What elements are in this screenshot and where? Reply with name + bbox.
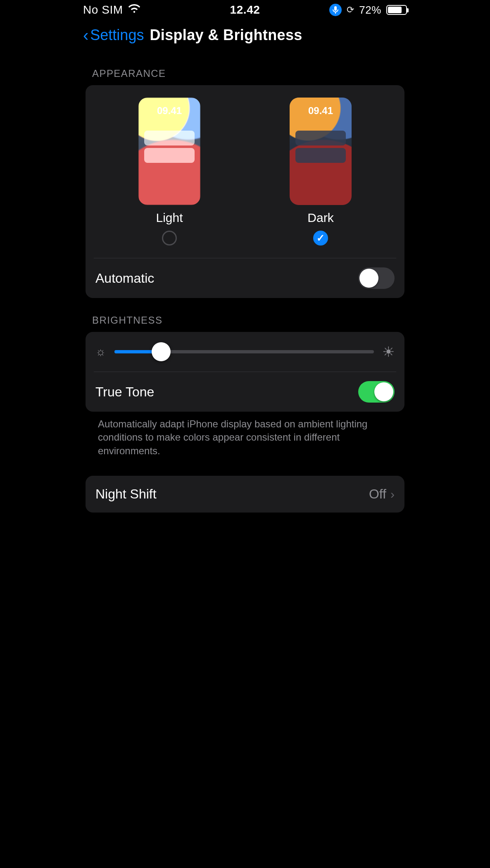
truetone-switch[interactable]	[358, 381, 395, 403]
mic-indicator-icon	[329, 4, 342, 16]
chevron-left-icon: ‹	[83, 27, 88, 43]
brightness-slider[interactable]	[114, 350, 374, 353]
truetone-row: True Tone	[86, 372, 404, 412]
chevron-right-icon: ›	[390, 487, 395, 501]
appearance-card: 09.41 Light 09.41 Dark	[86, 85, 404, 298]
thumb-time: 09.41	[138, 105, 200, 117]
thumb-time: 09.41	[290, 105, 352, 117]
dark-thumbnail: 09.41	[290, 98, 352, 205]
light-label: Light	[156, 211, 183, 225]
appearance-light-option[interactable]: 09.41 Light	[138, 98, 200, 246]
light-radio[interactable]	[162, 231, 177, 246]
back-button[interactable]: ‹ Settings	[83, 26, 144, 44]
nav-bar: ‹ Settings Display & Brightness	[76, 17, 414, 51]
battery-percent: 72%	[359, 4, 381, 17]
appearance-header: APPEARANCE	[92, 68, 398, 79]
dark-label: Dark	[307, 211, 333, 225]
automatic-label: Automatic	[95, 271, 154, 286]
night-shift-row[interactable]: Night Shift Off ›	[86, 476, 404, 513]
back-label: Settings	[90, 26, 144, 44]
appearance-dark-option[interactable]: 09.41 Dark	[290, 98, 352, 246]
automatic-row: Automatic	[86, 258, 404, 298]
truetone-footer: Automatically adapt iPhone display based…	[86, 412, 404, 458]
sun-low-icon: ☼	[95, 345, 106, 358]
wifi-icon	[128, 3, 140, 17]
carrier-label: No SIM	[83, 3, 123, 17]
sun-high-icon: ☀	[382, 343, 395, 360]
light-thumbnail: 09.41	[138, 98, 200, 205]
clock: 12.42	[230, 3, 260, 17]
orientation-lock-icon: ⟳	[347, 5, 354, 15]
truetone-label: True Tone	[95, 384, 154, 400]
battery-icon	[386, 5, 407, 15]
brightness-header: BRIGHTNESS	[92, 315, 398, 326]
night-shift-label: Night Shift	[95, 486, 157, 502]
brightness-card: ☼ ☀ True Tone	[86, 332, 404, 412]
status-bar: No SIM 12.42 ⟳ 72%	[76, 0, 414, 17]
automatic-switch[interactable]	[358, 267, 395, 289]
page-title: Display & Brightness	[150, 26, 302, 44]
dark-radio[interactable]	[313, 231, 328, 246]
night-shift-value: Off	[369, 486, 386, 502]
